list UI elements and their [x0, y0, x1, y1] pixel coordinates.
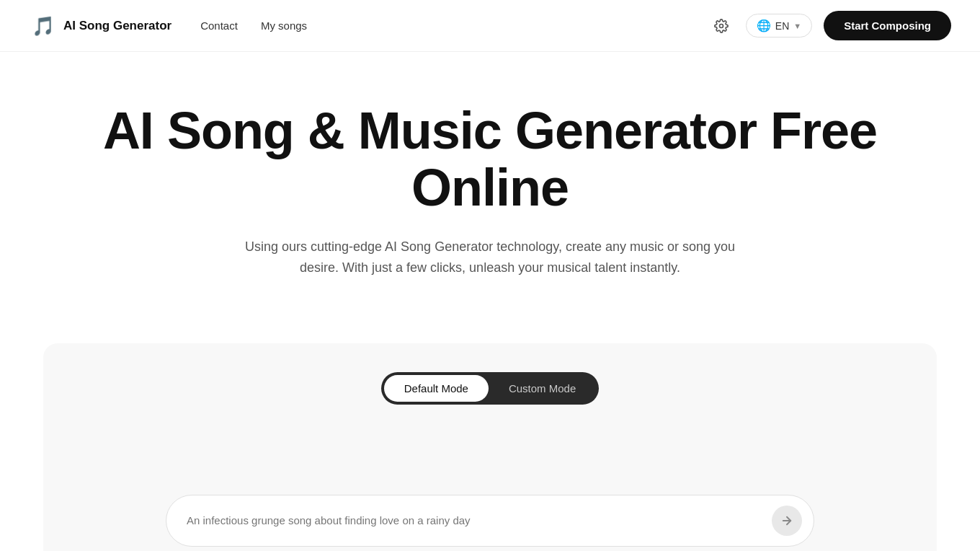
hero-section: AI Song & Music Generator Free Online Us…: [0, 52, 980, 343]
gear-icon: [714, 19, 729, 33]
my-songs-link[interactable]: My songs: [261, 19, 307, 32]
hero-title: AI Song & Music Generator Free Online: [29, 102, 951, 216]
language-selector[interactable]: 🌐 EN ▼: [746, 14, 812, 38]
mode-toggle: Default Mode Custom Mode: [381, 372, 600, 405]
submit-button[interactable]: [772, 506, 802, 536]
composer-card: Default Mode Custom Mode Instrumental ? …: [43, 343, 937, 551]
hero-subtitle: Using ours cutting-edge AI Song Generato…: [238, 237, 742, 278]
settings-button[interactable]: [708, 13, 734, 39]
language-label: EN: [775, 20, 789, 32]
custom-mode-button[interactable]: Custom Mode: [489, 375, 596, 402]
song-description-input[interactable]: [187, 514, 772, 526]
input-row: [166, 495, 814, 547]
logo-area: 🎵 AI Song Generator: [29, 12, 172, 40]
logo-icon: 🎵: [29, 12, 56, 40]
navbar: 🎵 AI Song Generator Contact My songs 🌐 E…: [0, 0, 980, 52]
default-mode-button[interactable]: Default Mode: [384, 375, 489, 402]
start-composing-button[interactable]: Start Composing: [824, 11, 951, 40]
navbar-right: 🌐 EN ▼ Start Composing: [708, 11, 951, 40]
nav-links: Contact My songs: [200, 19, 307, 32]
arrow-right-icon: [780, 514, 793, 527]
contact-link[interactable]: Contact: [200, 19, 238, 32]
main-content: AI Song & Music Generator Free Online Us…: [0, 52, 980, 551]
navbar-left: 🎵 AI Song Generator Contact My songs: [29, 12, 307, 40]
flag-icon: 🌐: [757, 19, 771, 32]
svg-text:🎵: 🎵: [32, 14, 55, 38]
svg-point-2: [719, 24, 723, 27]
logo-title: AI Song Generator: [63, 19, 172, 33]
chevron-down-icon: ▼: [793, 22, 801, 30]
